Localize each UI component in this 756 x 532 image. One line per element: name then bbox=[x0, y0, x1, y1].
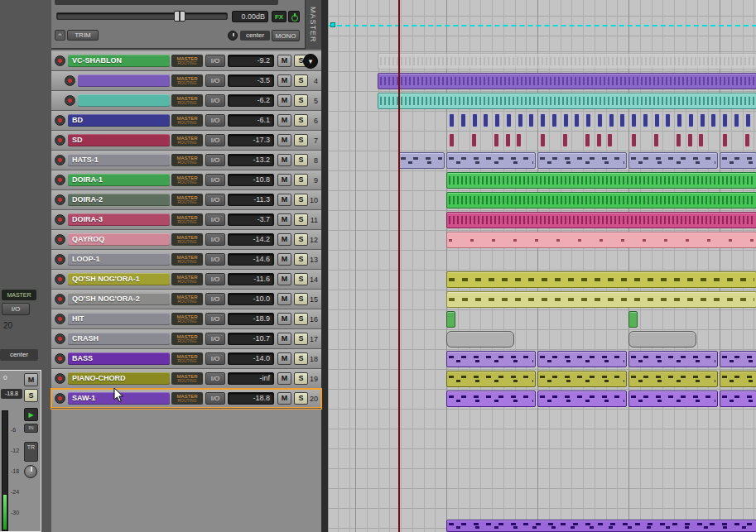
media-item-hit[interactable] bbox=[722, 133, 728, 147]
trim-arrow-icon[interactable]: ^ bbox=[55, 30, 65, 41]
track-name-label[interactable]: HIT bbox=[68, 313, 170, 325]
io-button[interactable]: I/O bbox=[205, 352, 225, 365]
routing-button[interactable]: MASTERROUTING bbox=[171, 213, 203, 226]
record-arm-button[interactable] bbox=[55, 254, 65, 265]
envelope-line[interactable] bbox=[329, 25, 756, 26]
track-name-label[interactable]: QAYROQ bbox=[68, 233, 170, 246]
mute-button[interactable]: M bbox=[277, 273, 291, 285]
monitor-play-icon[interactable]: ▶ bbox=[24, 408, 38, 421]
track-panel-HATS-1[interactable]: HATS-1MASTERROUTINGI/O-13.2MS8 bbox=[51, 151, 321, 170]
media-item-hit[interactable] bbox=[506, 113, 512, 127]
io-button[interactable]: I/O bbox=[205, 233, 225, 246]
track-panel-SAW-1[interactable]: SAW-1MASTERROUTINGI/O-18.8MS20 bbox=[51, 389, 321, 409]
routing-button[interactable]: MASTERROUTING bbox=[171, 114, 203, 127]
track-panel-SD[interactable]: SDMASTERROUTINGI/O-17.3MS7 bbox=[51, 131, 321, 151]
record-arm-button[interactable] bbox=[55, 55, 65, 66]
mute-button[interactable]: M bbox=[277, 74, 291, 87]
track-panel-QAYROQ[interactable]: QAYROQMASTERROUTINGI/O-14.2MS12 bbox=[51, 230, 321, 250]
track-panel-DOIRA-2[interactable]: DOIRA-2MASTERROUTINGI/O-11.3MS10 bbox=[51, 190, 321, 210]
record-arm-button[interactable] bbox=[55, 393, 65, 404]
mute-button[interactable]: M bbox=[277, 94, 291, 107]
record-arm-button[interactable] bbox=[55, 294, 65, 304]
track-name-label[interactable] bbox=[78, 94, 170, 107]
mono-button[interactable]: MONO bbox=[272, 30, 300, 41]
record-input-button[interactable]: IN bbox=[24, 424, 38, 433]
volume-value[interactable]: -18.8 bbox=[1, 389, 22, 399]
io-button[interactable]: I/O bbox=[205, 333, 225, 345]
io-button[interactable]: I/O bbox=[205, 392, 225, 405]
media-item-hit[interactable] bbox=[597, 113, 603, 127]
track-name-label[interactable]: CRASH bbox=[68, 333, 170, 345]
media-item-hit[interactable] bbox=[574, 113, 580, 127]
media-item-hit[interactable] bbox=[540, 133, 546, 147]
track-panel-4[interactable]: MASTERROUTINGI/O-3.5MS4 bbox=[51, 71, 321, 91]
media-item[interactable] bbox=[537, 351, 627, 367]
track-panel-PIANO-CHORD[interactable]: PIANO-CHORDMASTERROUTINGI/O-infMS19 bbox=[51, 369, 321, 389]
media-item-hit[interactable] bbox=[494, 113, 500, 127]
mute-button[interactable]: M bbox=[277, 134, 291, 146]
record-arm-button[interactable] bbox=[55, 274, 65, 285]
media-item-hit[interactable] bbox=[744, 133, 750, 147]
volume-value[interactable]: -18.8 bbox=[228, 392, 274, 405]
routing-button[interactable]: MASTERROUTING bbox=[171, 273, 203, 285]
media-item[interactable] bbox=[446, 311, 455, 328]
volume-value[interactable]: -3.7 bbox=[228, 213, 274, 226]
record-arm-button[interactable] bbox=[55, 175, 65, 185]
media-item-hit[interactable] bbox=[551, 113, 557, 127]
record-arm-button[interactable] bbox=[55, 135, 65, 146]
track-panel-HIT[interactable]: HITMASTERROUTINGI/O-18.9MS16 bbox=[51, 309, 321, 329]
media-item-hit[interactable] bbox=[540, 113, 546, 127]
track-name-label[interactable]: DOIRA-3 bbox=[68, 213, 170, 226]
io-button[interactable]: I/O bbox=[205, 313, 225, 325]
track-name-label[interactable]: DOIRA-1 bbox=[68, 174, 170, 186]
media-item-hit[interactable] bbox=[449, 133, 455, 147]
media-item-hit[interactable] bbox=[505, 133, 511, 147]
mute-button[interactable]: M bbox=[277, 392, 291, 405]
media-item-hit[interactable] bbox=[745, 113, 751, 127]
media-item-hit[interactable] bbox=[585, 113, 591, 127]
volume-value[interactable]: -10.7 bbox=[228, 333, 274, 345]
routing-button[interactable]: MASTERROUTING bbox=[171, 352, 203, 365]
media-item-hit[interactable] bbox=[688, 113, 694, 127]
volume-value[interactable]: -6.1 bbox=[228, 114, 274, 127]
media-item-hit[interactable] bbox=[483, 113, 489, 127]
fx-button[interactable]: FX bbox=[272, 11, 287, 22]
media-item-hit[interactable] bbox=[665, 113, 671, 127]
mute-button[interactable]: M bbox=[277, 154, 291, 166]
io-button[interactable]: I/O bbox=[205, 55, 225, 67]
routing-button[interactable]: MASTERROUTING bbox=[171, 372, 203, 385]
track-name-label[interactable]: QO'SH NOG'ORA-1 bbox=[68, 273, 170, 285]
track-panel-DOIRA-3[interactable]: DOIRA-3MASTERROUTINGI/O-3.7MS11 bbox=[51, 210, 321, 230]
master-routing-badge[interactable]: MASTER bbox=[2, 290, 36, 300]
mute-button[interactable]: M bbox=[277, 213, 291, 226]
routing-button[interactable]: MASTERROUTING bbox=[171, 174, 203, 186]
media-item[interactable] bbox=[446, 232, 756, 248]
master-volume-fader[interactable] bbox=[56, 12, 228, 20]
pan-center-label[interactable]: center bbox=[0, 349, 38, 361]
record-arm-button[interactable] bbox=[55, 353, 65, 364]
media-item-hit[interactable] bbox=[676, 133, 681, 147]
volume-value[interactable]: -11.6 bbox=[228, 273, 274, 285]
media-item[interactable] bbox=[446, 391, 536, 407]
record-arm-button[interactable] bbox=[55, 373, 65, 384]
master-width-fader[interactable] bbox=[55, 0, 278, 5]
record-arm-button[interactable] bbox=[65, 75, 75, 86]
volume-value[interactable]: -10.0 bbox=[228, 293, 274, 305]
media-item-hit[interactable] bbox=[585, 133, 590, 147]
mute-button[interactable]: M bbox=[277, 233, 291, 246]
track-name-label[interactable]: QO'SH NOG'ORA-2 bbox=[68, 293, 170, 305]
media-item-hit[interactable] bbox=[472, 113, 478, 127]
trim-button[interactable]: TR bbox=[24, 442, 38, 462]
track-name-label[interactable]: VC-SHABLON bbox=[68, 55, 170, 67]
track-panel-5[interactable]: MASTERROUTINGI/O-6.2MS5 bbox=[51, 91, 321, 111]
master-fader-handle[interactable] bbox=[174, 11, 185, 22]
track-panel-CRASH[interactable]: CRASHMASTERROUTINGI/O-10.7MS17 bbox=[51, 329, 321, 349]
routing-button[interactable]: MASTERROUTING bbox=[171, 194, 203, 206]
media-item[interactable] bbox=[446, 351, 536, 367]
volume-value[interactable]: -9.2 bbox=[228, 55, 274, 67]
routing-button[interactable]: MASTERROUTING bbox=[171, 233, 203, 246]
media-item-hit[interactable] bbox=[734, 113, 739, 127]
media-item[interactable] bbox=[720, 371, 756, 387]
mute-button[interactable]: M bbox=[277, 174, 291, 186]
routing-button[interactable]: MASTERROUTING bbox=[171, 154, 203, 166]
